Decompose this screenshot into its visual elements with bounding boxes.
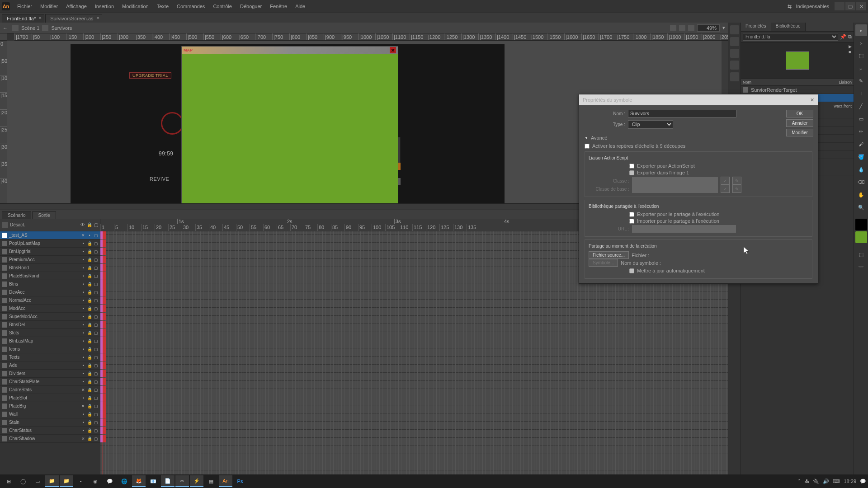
info-panel-icon[interactable] <box>730 61 739 70</box>
line-tool[interactable]: ╱ <box>855 100 867 112</box>
layer-visibility[interactable]: • <box>81 258 85 262</box>
menu-affichage[interactable]: Affichage <box>62 2 90 11</box>
vs-task[interactable]: ∞ <box>175 475 189 487</box>
layer-row[interactable]: Stain•🔒▢ <box>0 418 100 427</box>
layer-visibility[interactable]: • <box>81 274 85 278</box>
layer-lock[interactable]: 🔒 <box>87 331 92 335</box>
layer-row[interactable]: PlateBig✕🔒▢ <box>0 402 100 410</box>
layer-visibility[interactable]: • <box>81 347 85 352</box>
layer-lock[interactable]: 🔒 <box>87 428 92 433</box>
menu-contrôle[interactable]: Contrôle <box>209 2 236 11</box>
workspace-switcher[interactable]: Indispensables <box>796 4 829 9</box>
close-button[interactable]: ✕ <box>856 2 866 10</box>
tray-network-icon[interactable]: 🖧 <box>804 479 809 484</box>
pen-tool[interactable]: ✎ <box>855 75 867 87</box>
close-tab-icon[interactable]: ✕ <box>38 16 42 20</box>
selection-tool[interactable]: ▸ <box>855 24 867 36</box>
layer-lock[interactable]: 🔒 <box>87 396 92 400</box>
layer-lock[interactable]: 🔒 <box>87 412 92 417</box>
layer-row[interactable]: Ads•🔒▢ <box>0 361 100 370</box>
layer-outline[interactable]: ▢ <box>94 412 98 417</box>
layer-lock[interactable]: 🔒 <box>87 380 92 384</box>
layer-lock[interactable]: 🔒 <box>87 371 92 376</box>
layer-outline[interactable]: ▢ <box>94 314 98 319</box>
layer-visibility[interactable]: • <box>81 306 85 311</box>
layer-outline[interactable]: ▢ <box>94 233 98 238</box>
layer-row[interactable]: ModAcc•🔒▢ <box>0 305 100 313</box>
firefox-task[interactable]: 🦊 <box>132 475 146 487</box>
layer-lock[interactable]: 🔒 <box>87 355 92 360</box>
align-panel-icon[interactable] <box>730 25 739 34</box>
menu-fenêtre[interactable]: Fenêtre <box>266 2 291 11</box>
layer-outline[interactable]: ▢ <box>94 241 98 246</box>
smooth-option[interactable]: 〰 <box>855 261 867 273</box>
layer-visibility[interactable]: ✕ <box>81 436 85 441</box>
import-share-checkbox[interactable] <box>629 219 634 224</box>
layer-outline[interactable]: ▢ <box>94 306 98 311</box>
layer-lock[interactable]: 🔒 <box>87 282 92 286</box>
lib-col-link[interactable]: Liaison <box>839 80 852 84</box>
layer-visibility[interactable]: • <box>81 420 85 425</box>
menu-modification[interactable]: Modification <box>118 2 152 11</box>
animate-task[interactable]: An <box>219 475 232 487</box>
layer-row[interactable]: Slots•🔒▢ <box>0 329 100 337</box>
preview-play-icon[interactable]: ▶ <box>849 44 852 49</box>
layer-row[interactable]: Icons•🔒▢ <box>0 345 100 353</box>
outlook-task[interactable]: 📧 <box>146 475 160 487</box>
layer-visibility[interactable]: • <box>81 314 85 319</box>
layer-outline[interactable]: ▢ <box>94 396 98 400</box>
layer-row[interactable]: PopUpLastMap•🔒▢ <box>0 239 100 248</box>
tray-volume-icon[interactable]: 🔊 <box>823 479 829 484</box>
layer-outline[interactable]: ▢ <box>94 290 98 295</box>
layer-visibility[interactable]: • <box>81 371 85 376</box>
layer-visibility[interactable]: • <box>81 355 85 360</box>
lock-icon[interactable]: 🔒 <box>87 222 92 227</box>
tray-notifications-icon[interactable]: 💬 <box>860 479 866 484</box>
scene-crumb[interactable]: Scène 1 <box>21 25 39 31</box>
ok-button[interactable]: OK <box>786 110 813 117</box>
brush-tool[interactable]: 🖌 <box>855 138 867 150</box>
layer-row[interactable]: CadreStats✕🔒▢ <box>0 386 100 394</box>
doc-tab[interactable]: SurvivorsScreen.as✕ <box>45 14 102 23</box>
layer-lock[interactable]: 🔒 <box>87 306 92 311</box>
stroke-swatch[interactable] <box>855 219 867 230</box>
source-file-button[interactable]: Fichier source... <box>589 251 629 259</box>
layer-row[interactable]: PremiumAcc•🔒▢ <box>0 256 100 264</box>
lib-col-name[interactable]: Nom <box>743 80 751 84</box>
zoom-dropdown-icon[interactable]: ▾ <box>722 25 725 31</box>
layer-row[interactable]: BtnLastMap•🔒▢ <box>0 337 100 345</box>
text-tool[interactable]: T <box>855 88 867 99</box>
layer-lock[interactable]: 🔒 <box>87 249 92 254</box>
layer-row[interactable]: BtnsDel•🔒▢ <box>0 321 100 329</box>
layer-outline[interactable]: ▢ <box>94 249 98 254</box>
layer-row[interactable]: _test_AS✕•▢ <box>0 231 100 239</box>
layer-lock[interactable]: 🔒 <box>87 404 92 408</box>
layer-outline[interactable]: ▢ <box>94 428 98 433</box>
cortana-button[interactable]: ◯ <box>16 475 30 487</box>
layer-row[interactable]: PlateSlot•🔒▢ <box>0 394 100 402</box>
hand-tool[interactable]: ✋ <box>855 189 867 201</box>
eye-icon[interactable]: 👁 <box>80 222 85 227</box>
layer-visibility[interactable]: • <box>81 428 85 433</box>
type-select[interactable]: Clip <box>628 120 673 129</box>
layer-row[interactable]: BtnUpgtrial•🔒▢ <box>0 248 100 256</box>
layer-outline[interactable]: ▢ <box>94 380 98 384</box>
symbol-crumb[interactable]: Survivors <box>51 25 72 31</box>
photoshop-task[interactable]: Ps <box>233 475 247 487</box>
library-item[interactable]: SurviorRenderTarget <box>741 86 854 94</box>
swatches-panel-icon[interactable] <box>730 49 739 58</box>
layer-row[interactable]: CharShadow✕🔒▢ <box>0 435 100 443</box>
layer-row[interactable]: CharStatsPlate•🔒▢ <box>0 378 100 386</box>
new-lib-icon[interactable]: ⧉ <box>848 34 852 40</box>
scene-nav-icon[interactable] <box>679 25 685 31</box>
export-as-checkbox[interactable] <box>629 164 634 169</box>
layer-visibility[interactable]: • <box>81 412 85 417</box>
close-tab-icon[interactable]: ✕ <box>96 16 100 20</box>
notepad-task[interactable]: 📄 <box>161 475 175 487</box>
layer-outline[interactable]: ▢ <box>94 282 98 286</box>
zoom-tool[interactable]: 🔍 <box>855 202 867 213</box>
layer-outline[interactable]: ▢ <box>94 298 98 303</box>
layer-lock[interactable]: 🔒 <box>87 363 92 368</box>
layer-new-icon[interactable] <box>2 222 8 228</box>
explorer-task[interactable]: 📁 <box>45 475 59 487</box>
